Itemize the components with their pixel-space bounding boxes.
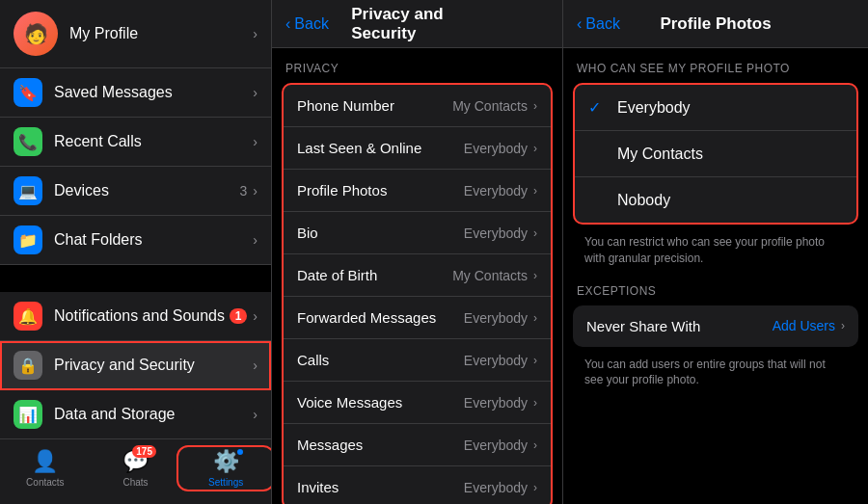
profile-photos-panel: ‹ Back Profile Photos WHO CAN SEE MY PRO…	[563, 0, 868, 504]
tab-contacts[interactable]: 👤 Contacts	[0, 449, 91, 488]
data-storage-icon: 📊	[14, 400, 42, 429]
devices-value: 3	[240, 183, 248, 199]
never-share-with-item[interactable]: Never Share With Add Users ›	[573, 305, 858, 347]
sidebar-item-data-storage[interactable]: 📊 Data and Storage ›	[0, 390, 271, 438]
profile-photos-value: Everybody	[464, 183, 528, 199]
chevron-icon: ›	[533, 184, 537, 198]
recent-calls-label: Recent Calls	[54, 133, 253, 150]
exceptions-section-label: EXCEPTIONS	[563, 284, 868, 305]
my-contacts-label: My Contacts	[617, 146, 843, 163]
chevron-icon: ›	[841, 319, 845, 332]
chevron-icon: ›	[253, 308, 258, 324]
profile-item[interactable]: 🧑 My Profile ›	[0, 0, 271, 68]
messages-value: Everybody	[464, 438, 528, 453]
back-label: Back	[294, 15, 329, 33]
chats-badge: 175	[132, 445, 156, 458]
chevron-icon: ›	[253, 26, 258, 41]
settings-list: 🧑 My Profile › 🔖 Saved Messages › 📞 Rece…	[0, 0, 271, 438]
never-share-with-label: Never Share With	[586, 318, 773, 334]
chevron-icon: ›	[533, 142, 537, 155]
last-seen-value: Everybody	[464, 141, 528, 156]
last-seen-label: Last Seen & Online	[297, 140, 464, 156]
chevron-icon: ›	[533, 396, 537, 410]
nobody-label: Nobody	[617, 192, 843, 209]
settings-panel: 🧑 My Profile › 🔖 Saved Messages › 📞 Rece…	[0, 0, 272, 504]
contacts-tab-icon: 👤	[32, 449, 58, 474]
notifications-label: Notifications and Sounds	[54, 307, 230, 325]
back-button[interactable]: ‹ Back	[285, 15, 329, 33]
forwarded-messages-label: Forwarded Messages	[297, 309, 464, 326]
privacy-item-voice-messages[interactable]: Voice Messages Everybody ›	[284, 382, 551, 424]
privacy-item-profile-photos[interactable]: Profile Photos Everybody ›	[284, 170, 551, 212]
checkmark-placeholder2: ✓	[588, 191, 608, 209]
sidebar-item-saved-messages[interactable]: 🔖 Saved Messages ›	[0, 68, 271, 118]
chevron-icon: ›	[533, 481, 537, 494]
invites-label: Invites	[297, 479, 464, 495]
devices-label: Devices	[54, 182, 240, 199]
who-can-item-everybody[interactable]: ✓ Everybody	[575, 85, 856, 131]
chevron-icon: ›	[533, 311, 537, 325]
settings-tab-label: Settings	[208, 477, 243, 488]
privacy-panel-title: Privacy and Security	[351, 5, 483, 43]
saved-messages-label: Saved Messages	[54, 84, 253, 101]
section-divider-1	[0, 265, 271, 292]
date-of-birth-label: Date of Birth	[297, 267, 452, 283]
chats-tab-label: Chats	[122, 477, 148, 488]
phone-number-value: My Contacts	[452, 98, 528, 114]
who-can-list: ✓ Everybody ✓ My Contacts ✓ Nobody	[573, 83, 858, 225]
privacy-item-bio[interactable]: Bio Everybody ›	[284, 212, 551, 254]
calls-value: Everybody	[464, 353, 528, 368]
privacy-item-phone-number[interactable]: Phone Number My Contacts ›	[284, 85, 551, 127]
sidebar-item-notifications[interactable]: 🔔 Notifications and Sounds 1 ›	[0, 292, 271, 341]
privacy-section-label: PRIVACY	[272, 62, 562, 83]
privacy-label: Privacy and Security	[54, 357, 253, 374]
notifications-badge: 1	[230, 308, 248, 324]
privacy-header-inner: ‹ Back Privacy and Security	[285, 15, 549, 33]
sidebar-item-devices[interactable]: 💻 Devices 3 ›	[0, 167, 271, 216]
profile-avatar: 🧑	[14, 12, 58, 56]
sidebar-item-chat-folders[interactable]: 📁 Chat Folders ›	[0, 216, 271, 265]
privacy-item-calls[interactable]: Calls Everybody ›	[284, 339, 551, 382]
recent-calls-icon: 📞	[14, 127, 42, 156]
exceptions-description: You can add users or entire groups that …	[563, 347, 868, 399]
who-can-description: You can restrict who can see your profil…	[563, 225, 868, 284]
voice-messages-value: Everybody	[464, 395, 528, 411]
profile-photos-back-button[interactable]: ‹ Back	[577, 15, 620, 33]
privacy-item-last-seen[interactable]: Last Seen & Online Everybody ›	[284, 127, 551, 170]
checkmark-icon: ✓	[588, 98, 608, 117]
bio-label: Bio	[297, 225, 464, 241]
privacy-item-forwarded-messages[interactable]: Forwarded Messages Everybody ›	[284, 297, 551, 339]
privacy-icon: 🔒	[14, 351, 42, 380]
saved-messages-icon: 🔖	[14, 78, 42, 107]
bio-value: Everybody	[464, 225, 528, 241]
checkmark-placeholder: ✓	[588, 145, 608, 163]
profile-name: My Profile	[69, 25, 253, 42]
chevron-icon: ›	[253, 85, 258, 100]
privacy-item-messages[interactable]: Messages Everybody ›	[284, 424, 551, 466]
add-users-button[interactable]: Add Users	[773, 318, 835, 333]
chat-folders-icon: 📁	[14, 225, 42, 254]
who-can-item-nobody[interactable]: ✓ Nobody	[575, 177, 856, 223]
back-chevron-icon: ‹	[577, 15, 582, 33]
sidebar-item-recent-calls[interactable]: 📞 Recent Calls ›	[0, 118, 271, 167]
voice-messages-label: Voice Messages	[297, 394, 464, 411]
profile-photos-header: ‹ Back Profile Photos	[563, 0, 868, 48]
messages-label: Messages	[297, 437, 464, 453]
settings-tab-icon: ⚙️	[213, 449, 239, 474]
chevron-icon: ›	[533, 269, 537, 282]
contacts-tab-label: Contacts	[26, 477, 64, 488]
privacy-item-invites[interactable]: Invites Everybody ›	[284, 466, 551, 504]
who-can-item-my-contacts[interactable]: ✓ My Contacts	[575, 131, 856, 177]
chevron-icon: ›	[253, 134, 258, 149]
tab-settings[interactable]: ⚙️ Settings	[180, 449, 271, 488]
sidebar-item-privacy[interactable]: 🔒 Privacy and Security ›	[0, 341, 271, 390]
devices-icon: 💻	[14, 176, 42, 205]
tab-chats[interactable]: 💬 175 Chats	[91, 449, 181, 488]
chevron-icon: ›	[253, 407, 258, 422]
invites-value: Everybody	[464, 480, 528, 495]
back-label: Back	[585, 15, 620, 33]
profile-photos-title: Profile Photos	[660, 14, 771, 34]
chat-folders-label: Chat Folders	[54, 231, 253, 249]
profile-photos-content: WHO CAN SEE MY PROFILE PHOTO ✓ Everybody…	[563, 48, 868, 504]
privacy-item-date-of-birth[interactable]: Date of Birth My Contacts ›	[284, 254, 551, 297]
